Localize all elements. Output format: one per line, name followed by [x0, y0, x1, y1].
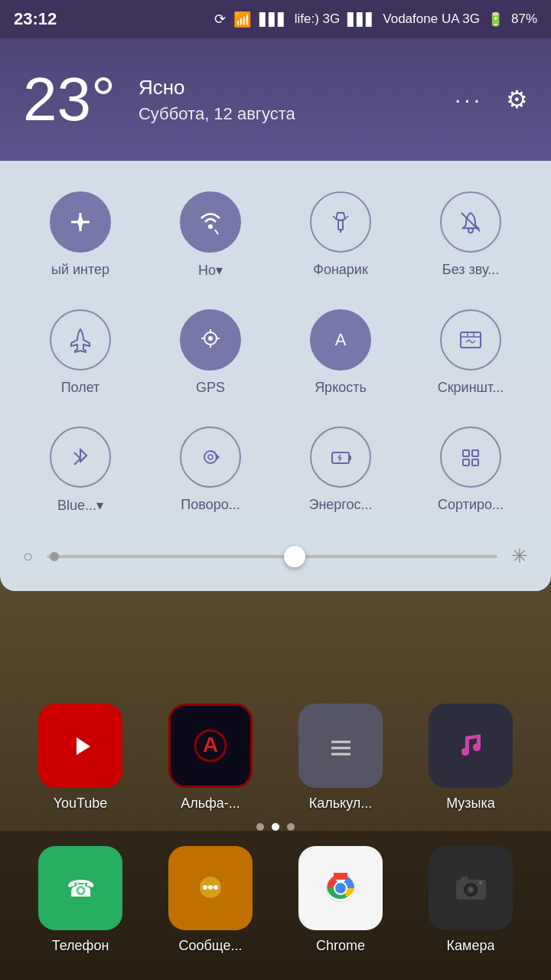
app-item-calculator[interactable]: Калькул... [283, 704, 398, 812]
qs-item-sort[interactable]: Сортиро... [406, 419, 536, 521]
status-icons: ⟳ 📶 ▋▋▋ life:) 3G ▋▋▋ Vodafone UA 3G 🔋 8… [214, 11, 537, 28]
dock-item-camera[interactable]: Камера [413, 846, 528, 957]
svg-text:А: А [202, 733, 217, 756]
dock-item-chrome[interactable]: Chrome [283, 846, 398, 957]
svg-rect-57 [461, 877, 468, 881]
camera-icon[interactable] [429, 846, 513, 930]
svg-point-8 [208, 336, 213, 341]
svg-point-56 [468, 887, 473, 892]
app-grid: YouTube А Альфа-... Калькул... Музыка [0, 688, 551, 827]
svg-text:☎: ☎ [66, 876, 94, 901]
qs-circle-battery-saver[interactable] [310, 426, 371, 488]
svg-line-4 [346, 216, 348, 218]
calculator-label: Калькул... [309, 795, 373, 812]
qs-label-flashlight: Фонарик [313, 262, 368, 278]
qs-item-flashlight[interactable]: Фонарик [276, 184, 406, 286]
page-dots [0, 823, 551, 831]
qs-item-hotspot[interactable]: Но▾ [145, 184, 276, 286]
qs-label-gps: GPS [196, 380, 225, 396]
network2-label: Vodafone UA 3G [383, 11, 480, 27]
qs-circle-screenshot[interactable] [440, 309, 501, 371]
svg-rect-28 [463, 459, 469, 466]
page-dot-1[interactable] [272, 823, 279, 831]
brightness-high-icon: ✳ [511, 544, 528, 568]
svg-line-3 [333, 216, 335, 218]
qs-item-bluetooth[interactable]: Blue...▾ [15, 419, 145, 521]
app-item-youtube[interactable]: YouTube [23, 704, 138, 812]
app-item-music[interactable]: Музыка [413, 704, 528, 812]
weather-more-button[interactable]: ··· [455, 87, 483, 113]
youtube-icon[interactable] [38, 704, 122, 788]
qs-circle-airplane[interactable] [50, 309, 111, 371]
sync-icon: ⟳ [214, 11, 226, 28]
brightness-row: ○ ✳ [15, 537, 536, 568]
alfa-label: Альфа-... [181, 795, 240, 812]
chrome-label: Chrome [316, 938, 365, 954]
qs-circle-rotate[interactable] [180, 426, 241, 488]
qs-item-screenshot[interactable]: Скриншт... [406, 302, 536, 403]
camera-label: Камера [447, 938, 495, 954]
qs-circle-gps[interactable] [180, 309, 241, 371]
alfa-icon[interactable]: А [168, 704, 253, 788]
svg-rect-39 [450, 725, 492, 767]
qs-item-internet[interactable]: ый интер [15, 184, 145, 286]
qs-circle-internet[interactable] [50, 191, 111, 253]
svg-rect-27 [472, 450, 478, 456]
wifi-icon: 📶 [233, 11, 252, 28]
chrome-icon[interactable] [298, 846, 383, 930]
qs-item-silent[interactable]: Без зву... [406, 184, 536, 286]
qs-circle-sort[interactable] [440, 426, 501, 488]
weather-info: Ясно Суббота, 12 августа [139, 76, 295, 124]
svg-rect-22 [349, 456, 351, 460]
svg-point-58 [479, 881, 482, 884]
signal2-icon: ▋▋▋ [347, 12, 375, 27]
svg-point-0 [208, 224, 213, 229]
phone-icon[interactable]: ☎ [38, 846, 122, 930]
brightness-thumb[interactable] [284, 546, 305, 567]
qs-circle-silent[interactable] [440, 191, 501, 253]
status-time: 23:12 [14, 9, 57, 29]
qs-label-hotspot: Но▾ [198, 262, 223, 279]
messages-icon[interactable] [168, 846, 253, 930]
qs-label-brightness: Яркость [315, 380, 367, 396]
svg-text:A: A [335, 330, 347, 349]
page-dot-2[interactable] [287, 823, 295, 831]
music-label: Музыка [446, 795, 495, 812]
svg-point-19 [208, 455, 213, 459]
brightness-min-dot [50, 552, 59, 561]
page-dot-0[interactable] [256, 823, 264, 831]
quick-settings-panel: ый интер Но▾ Фонарик Без зву... По [0, 161, 551, 591]
battery-icon: 🔋 [487, 11, 504, 28]
status-bar: 23:12 ⟳ 📶 ▋▋▋ life:) 3G ▋▋▋ Vodafone UA … [0, 0, 551, 38]
qs-item-brightness[interactable]: A Яркость [276, 302, 406, 403]
svg-rect-35 [320, 725, 362, 767]
qs-item-rotate[interactable]: Поворо... [145, 419, 276, 521]
calculator-icon[interactable] [298, 704, 383, 788]
qs-circle-brightness[interactable]: A [310, 309, 371, 371]
weather-temperature: 23° [23, 64, 116, 135]
qs-circle-bluetooth[interactable] [50, 426, 111, 488]
qs-item-gps[interactable]: GPS [145, 302, 276, 403]
bottom-dock: ☎ Телефон Сообще... [0, 831, 551, 980]
qs-circle-hotspot[interactable] [180, 191, 241, 253]
qs-label-bluetooth: Blue...▾ [57, 497, 103, 514]
dock-item-messages[interactable]: Сообще... [153, 846, 268, 957]
weather-settings-button[interactable]: ⚙ [506, 85, 528, 114]
qs-item-airplane[interactable]: Полет [15, 302, 145, 403]
dock-item-phone[interactable]: ☎ Телефон [23, 846, 138, 957]
qs-circle-flashlight[interactable] [310, 191, 371, 253]
svg-rect-14 [461, 332, 481, 348]
svg-rect-1 [338, 220, 343, 230]
brightness-slider[interactable] [47, 549, 497, 564]
qs-item-battery-saver[interactable]: Энергос... [276, 419, 406, 521]
brightness-track [47, 555, 497, 558]
weather-condition: Ясно [139, 76, 295, 100]
qs-label-rotate: Поворо... [181, 497, 240, 513]
weather-date: Суббота, 12 августа [139, 104, 295, 124]
app-item-alfa[interactable]: А Альфа-... [153, 704, 268, 812]
battery-percent: 87% [511, 11, 537, 27]
qs-label-battery-saver: Энергос... [308, 497, 372, 513]
music-icon[interactable] [429, 704, 513, 788]
svg-rect-26 [463, 450, 469, 456]
weather-actions: ··· ⚙ [455, 85, 528, 114]
